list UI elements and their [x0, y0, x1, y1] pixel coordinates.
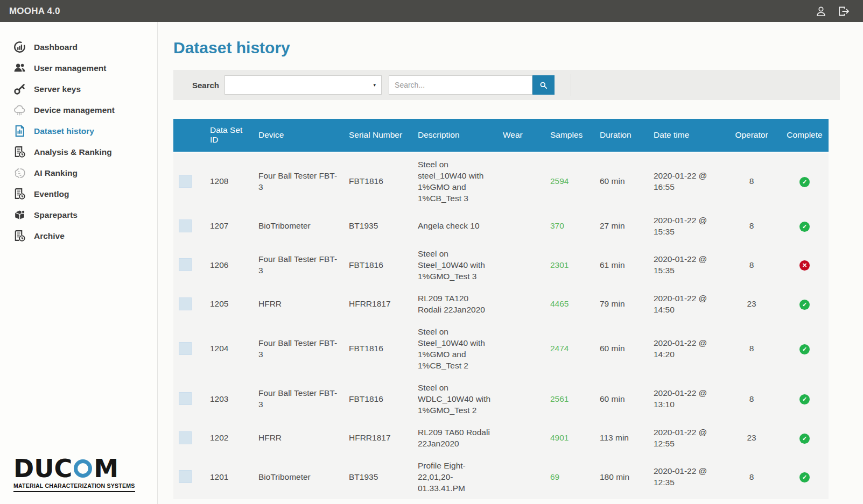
- cell-operator: 8: [749, 472, 754, 481]
- row-checkbox[interactable]: [179, 219, 192, 232]
- sidebar: DashboardUser managementServer keysDevic…: [0, 22, 158, 504]
- sidebar-item-archive[interactable]: Archive: [0, 225, 157, 246]
- row-checkbox[interactable]: [179, 431, 192, 444]
- sidebar-item-server-keys[interactable]: Server keys: [0, 79, 157, 100]
- cell-dataset-id: 1205: [210, 299, 228, 308]
- logout-icon[interactable]: [837, 5, 850, 18]
- row-checkbox[interactable]: [179, 297, 192, 310]
- complete-check-icon: ✓: [799, 434, 810, 444]
- column-header[interactable]: Date time: [648, 119, 722, 152]
- cell-samples[interactable]: 4901: [550, 433, 569, 442]
- doc-clock-icon: [12, 187, 27, 201]
- table-row[interactable]: 1206Four Ball Tester FBT-3FBT1816Steel o…: [173, 243, 829, 287]
- search-button[interactable]: [532, 75, 555, 95]
- row-checkbox[interactable]: [179, 258, 192, 271]
- column-header[interactable]: Serial Number: [343, 119, 412, 152]
- logo-tagline: MATERIAL CHARACTERIZATION SYSTEMS: [13, 482, 135, 492]
- cell-description: Steel on Steel_10W40 with 1%GMO_Test 3: [418, 249, 485, 281]
- table-row[interactable]: 1202HFRRHFRR1817RL209 TA60 Rodali 22Jan2…: [173, 421, 829, 455]
- cell-description: Steel on Steel_10W40 with 1%GMO and 1%CB…: [418, 327, 485, 370]
- column-header[interactable]: Description: [412, 119, 497, 152]
- cell-datetime: 2020-01-22 @ 15:35: [654, 216, 707, 236]
- sidebar-item-label: AI Ranking: [34, 168, 78, 178]
- search-strip-divider: [571, 74, 571, 96]
- cell-datetime: 2020-01-22 @ 15:35: [654, 254, 707, 275]
- sidebar-nav: DashboardUser managementServer keysDevic…: [0, 37, 157, 246]
- row-checkbox[interactable]: [179, 392, 192, 405]
- cell-device: Four Ball Tester FBT-3: [258, 254, 337, 275]
- app-title: MOOHA 4.0: [9, 6, 60, 17]
- row-checkbox[interactable]: [179, 470, 192, 483]
- sidebar-item-dataset-history[interactable]: Dataset history: [0, 120, 157, 141]
- main-content: Dataset history Search ▾ Data Set IDDevi…: [158, 22, 863, 504]
- cell-samples[interactable]: 4465: [550, 299, 569, 308]
- cell-duration: 60 min: [600, 176, 625, 186]
- cell-duration: 180 min: [600, 472, 629, 481]
- table-row[interactable]: 1208Four Ball Tester FBT-3FBT1816Steel o…: [173, 152, 829, 209]
- user-profile-icon[interactable]: [815, 5, 827, 18]
- column-header[interactable]: Samples: [545, 119, 594, 152]
- sidebar-item-label: Archive: [34, 231, 65, 241]
- sidebar-item-analysis-ranking[interactable]: Analysis & Ranking: [0, 141, 157, 162]
- cell-dataset-id: 1203: [210, 394, 228, 403]
- sidebar-item-label: Eventlog: [34, 189, 69, 199]
- cell-duration: 27 min: [600, 221, 625, 230]
- chevron-down-icon: ▾: [374, 82, 376, 88]
- cell-samples[interactable]: 2474: [550, 344, 569, 353]
- cell-device: Four Ball Tester FBT-3: [258, 388, 337, 409]
- sidebar-item-device-management[interactable]: Device management: [0, 100, 157, 120]
- cell-samples[interactable]: 2594: [550, 176, 569, 186]
- key-icon: [12, 82, 27, 96]
- sidebar-item-label: User management: [34, 63, 106, 73]
- complete-check-icon: ✓: [799, 394, 810, 404]
- cell-serial-number: FBT1816: [349, 344, 383, 353]
- cell-operator: 8: [749, 221, 754, 230]
- cell-samples[interactable]: 69: [550, 472, 559, 481]
- sidebar-item-user-management[interactable]: User management: [0, 58, 157, 79]
- search-icon: [539, 81, 548, 90]
- column-header[interactable]: Wear: [497, 119, 545, 152]
- table-row[interactable]: 1207BioTribometerBT1935Angela check 1037…: [173, 209, 829, 243]
- column-header[interactable]: Data Set ID: [205, 119, 253, 152]
- cell-duration: 79 min: [600, 299, 625, 308]
- search-input[interactable]: [389, 75, 532, 95]
- column-header[interactable]: Device: [253, 119, 343, 152]
- search-filter-select[interactable]: ▾: [224, 75, 382, 95]
- app-window: MOOHA 4.0 DashboardUser managementServer…: [0, 0, 863, 504]
- cell-samples[interactable]: 370: [550, 221, 564, 230]
- search-bar: Search ▾: [173, 70, 840, 100]
- cell-description: Steel on steel_10W40 with 1%GMO and 1%CB…: [418, 160, 483, 203]
- column-header[interactable]: Duration: [594, 119, 648, 152]
- logo-text-prefix: DUC: [13, 456, 72, 481]
- cell-serial-number: BT1935: [349, 472, 378, 481]
- sidebar-item-label: Device management: [34, 105, 115, 115]
- row-checkbox[interactable]: [179, 175, 192, 188]
- cell-serial-number: HFRR1817: [349, 299, 391, 308]
- sidebar-item-eventlog[interactable]: Eventlog: [0, 183, 157, 204]
- cell-samples[interactable]: 2301: [550, 260, 569, 269]
- column-header[interactable]: [173, 119, 205, 152]
- row-checkbox[interactable]: [179, 342, 192, 355]
- cell-samples[interactable]: 2561: [550, 394, 569, 403]
- complete-check-icon: ✓: [799, 300, 810, 310]
- table-row[interactable]: 1204Four Ball Tester FBT-3FBT1816Steel o…: [173, 321, 829, 377]
- column-header[interactable]: Operator: [722, 119, 781, 152]
- cell-device: Four Ball Tester FBT-3: [258, 338, 337, 359]
- cell-duration: 60 min: [600, 394, 625, 403]
- cell-operator: 8: [749, 176, 754, 186]
- sidebar-item-spareparts[interactable]: Spareparts: [0, 204, 157, 225]
- sidebar-item-ai-ranking[interactable]: AI Ranking: [0, 162, 157, 183]
- table-row[interactable]: 1201BioTribometerBT1935Profile Eight- 22…: [173, 455, 829, 499]
- box-icon: [12, 208, 27, 222]
- cell-duration: 60 min: [600, 344, 625, 353]
- table-header-row: Data Set IDDeviceSerial NumberDescriptio…: [173, 119, 829, 152]
- table-row[interactable]: 1205HFRRHFRR1817RL209 TA120 Rodali 22Jan…: [173, 287, 829, 321]
- column-header[interactable]: Complete: [781, 119, 829, 152]
- cell-operator: 23: [747, 433, 756, 442]
- cell-dataset-id: 1202: [210, 433, 228, 442]
- table-row[interactable]: 1203Four Ball Tester FBT-3FBT1816Steel o…: [173, 377, 829, 421]
- sidebar-item-label: Server keys: [34, 84, 81, 94]
- cell-device: BioTribometer: [258, 472, 311, 481]
- cell-description: Steel on WDLC_10W40 with 1%GMO_Test 2: [418, 383, 490, 415]
- sidebar-item-dashboard[interactable]: Dashboard: [0, 37, 157, 58]
